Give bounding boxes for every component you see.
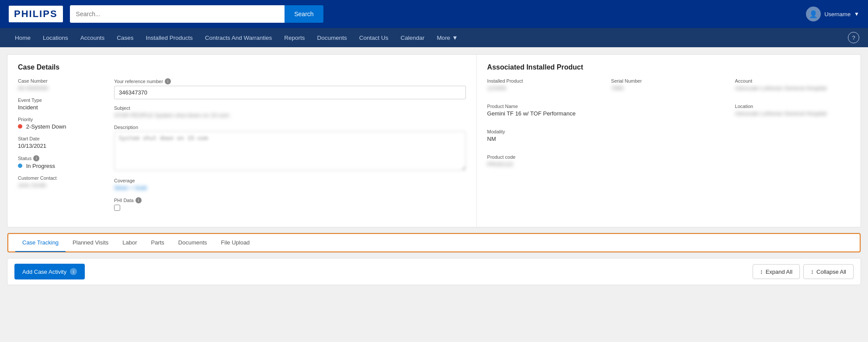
ref-number-input[interactable] xyxy=(114,86,466,99)
account-label: Account xyxy=(735,78,850,84)
location-group: Location Advocate Lutheran General Hospi… xyxy=(735,104,850,117)
phi-data-label: PHI Data i xyxy=(114,197,466,203)
more-chevron-icon: ▼ xyxy=(452,35,458,41)
nav-item-locations[interactable]: Locations xyxy=(37,28,74,47)
tab-file-upload[interactable]: File Upload xyxy=(214,234,257,252)
subject-group: Subject STAR PEOPLE System shut down on … xyxy=(114,105,466,119)
search-input[interactable] xyxy=(70,5,285,23)
description-textarea[interactable]: System shut down on 15-som xyxy=(114,131,466,171)
description-group: Description System shut down on 15-som xyxy=(114,125,466,172)
user-name: Username xyxy=(824,11,851,17)
logo-text: PHILIPS xyxy=(14,8,58,20)
expand-all-icon: ↕ xyxy=(760,268,763,275)
serial-number-group: Serial Number 7890 xyxy=(611,78,726,91)
customer-contact-group: Customer Contact John Smith xyxy=(18,175,105,188)
phi-data-group: PHI Data i xyxy=(114,197,466,212)
phi-info-icon[interactable]: i xyxy=(135,197,142,203)
search-button[interactable]: Search xyxy=(285,5,323,23)
avatar: 👤 xyxy=(806,7,821,21)
nav-item-more[interactable]: More ▼ xyxy=(431,28,464,47)
product-code-group: Product code PROD123 xyxy=(487,154,602,168)
event-type-label: Event Type xyxy=(18,98,105,103)
coverage-group: Coverage Silver + Gold xyxy=(114,178,466,191)
status-dot xyxy=(18,164,22,168)
customer-contact-label: Customer Contact xyxy=(18,175,105,181)
location-label: Location xyxy=(735,104,850,109)
tab-case-tracking[interactable]: Case Tracking xyxy=(15,234,66,252)
location-value[interactable]: Advocate Lutheran General Hospital xyxy=(735,110,850,117)
nav-item-contracts-warranties[interactable]: Contracts And Warranties xyxy=(199,28,278,47)
nav-bar: Home Locations Accounts Cases Installed … xyxy=(0,28,868,47)
case-number-group: Case Number 00-0000000 xyxy=(18,78,105,91)
installed-product-label: Installed Product xyxy=(487,78,602,84)
modality-value: NM xyxy=(487,136,602,142)
account-value[interactable]: Advocate Lutheran General Hospital xyxy=(735,85,850,91)
start-date-value: 10/13/2021 xyxy=(18,143,105,149)
coverage-label: Coverage xyxy=(114,178,466,183)
nav-item-documents[interactable]: Documents xyxy=(311,28,353,47)
modality-group: Modality NM xyxy=(487,129,602,142)
start-date-group: Start Date 10/13/2021 xyxy=(18,136,105,149)
case-number-label: Case Number xyxy=(18,78,105,84)
right-actions: ↕ Expand All ↕ Collapse All xyxy=(753,264,854,279)
right-panel: Associated Installed Product Installed P… xyxy=(477,55,861,227)
nav-item-contact-us[interactable]: Contact Us xyxy=(353,28,395,47)
ref-number-info-icon[interactable]: i xyxy=(165,78,171,84)
product-code-label: Product code xyxy=(487,154,602,160)
priority-group: Priority 2-System Down xyxy=(18,117,105,130)
add-case-info-icon[interactable]: i xyxy=(70,268,77,275)
main-content: Case Details Case Number 00-0000000 Even… xyxy=(0,47,868,342)
collapse-all-button[interactable]: ↕ Collapse All xyxy=(803,264,854,279)
status-value: In Progress xyxy=(18,163,105,169)
customer-contact-value: John Smith xyxy=(18,182,105,188)
nav-item-cases[interactable]: Cases xyxy=(111,28,139,47)
expand-all-button[interactable]: ↕ Expand All xyxy=(753,264,800,279)
case-details-section: Case Details Case Number 00-0000000 Even… xyxy=(7,54,861,227)
description-label: Description xyxy=(114,125,466,130)
tab-planned-visits[interactable]: Planned Visits xyxy=(66,234,115,252)
status-label: Status i xyxy=(18,155,105,161)
nav-item-home[interactable]: Home xyxy=(9,28,37,47)
help-icon[interactable]: ? xyxy=(848,32,859,43)
subject-value: STAR PEOPLE System shut down on 15-som xyxy=(114,112,466,119)
case-details-title: Case Details xyxy=(18,63,466,71)
ref-number-label: Your reference number i xyxy=(114,78,466,84)
user-dropdown-icon[interactable]: ▼ xyxy=(854,11,859,17)
add-case-activity-button[interactable]: Add Case Activity i xyxy=(14,264,85,279)
ref-number-group: Your reference number i xyxy=(114,78,466,99)
priority-dot xyxy=(18,124,22,129)
modality-label: Modality xyxy=(487,129,602,134)
status-info-icon[interactable]: i xyxy=(33,155,39,161)
product-name-value: Gemini TF 16 w/ TOF Performance xyxy=(487,110,602,117)
left-panel: Case Details Case Number 00-0000000 Even… xyxy=(7,55,477,227)
nav-item-reports[interactable]: Reports xyxy=(278,28,311,47)
serial-number-label: Serial Number xyxy=(611,78,726,84)
search-bar: Search xyxy=(70,5,323,23)
priority-value: 2-System Down xyxy=(18,123,105,130)
product-name-group: Product Name Gemini TF 16 w/ TOF Perform… xyxy=(487,104,602,117)
tab-labor[interactable]: Labor xyxy=(115,234,144,252)
case-number-value: 00-0000000 xyxy=(18,85,105,91)
coverage-value[interactable]: Silver + Gold xyxy=(114,185,466,191)
product-name-label: Product Name xyxy=(487,104,602,109)
phi-checkbox[interactable] xyxy=(114,205,120,211)
product-grid: Installed Product 123456 Serial Number 7… xyxy=(487,78,850,174)
nav-item-calendar[interactable]: Calendar xyxy=(395,28,431,47)
user-area[interactable]: 👤 Username ▼ xyxy=(806,7,859,21)
event-type-group: Event Type Incident xyxy=(18,98,105,111)
collapse-all-icon: ↕ xyxy=(811,268,814,275)
product-code-value: PROD123 xyxy=(487,161,602,168)
subject-label: Subject xyxy=(114,105,466,111)
top-header: PHILIPS Search 👤 Username ▼ xyxy=(0,0,868,28)
tabs-section: Case Tracking Planned Visits Labor Parts… xyxy=(7,233,861,253)
event-type-value: Incident xyxy=(18,104,105,111)
bottom-bar: Add Case Activity i ↕ Expand All ↕ Colla… xyxy=(7,258,861,285)
tab-documents[interactable]: Documents xyxy=(171,234,214,252)
account-group: Account Advocate Lutheran General Hospit… xyxy=(735,78,850,91)
installed-product-value[interactable]: 123456 xyxy=(487,85,602,91)
nav-item-installed-products[interactable]: Installed Products xyxy=(140,28,199,47)
nav-item-accounts[interactable]: Accounts xyxy=(74,28,111,47)
start-date-label: Start Date xyxy=(18,136,105,141)
case-static-fields: Case Number 00-0000000 Event Type Incide… xyxy=(18,78,114,218)
tab-parts[interactable]: Parts xyxy=(144,234,171,252)
